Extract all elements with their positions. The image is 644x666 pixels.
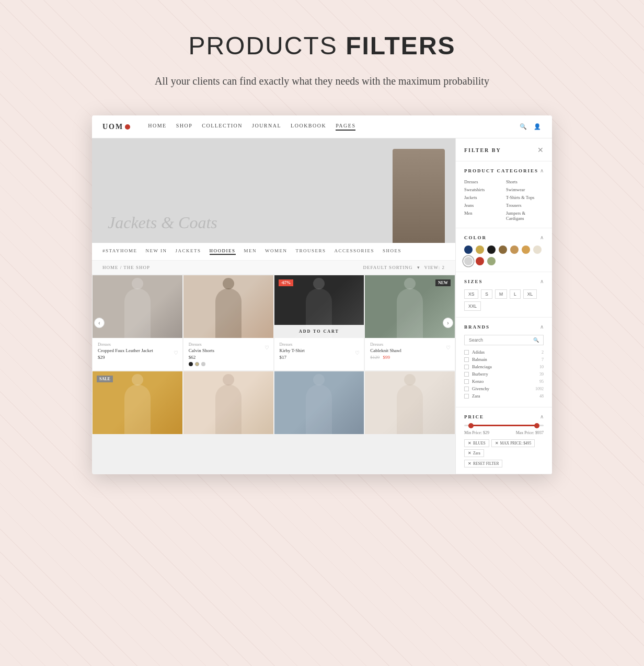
product-card-6[interactable] xyxy=(183,371,274,435)
filter-color-chevron[interactable]: ∧ xyxy=(540,235,544,240)
color-swatch-brown[interactable] xyxy=(499,246,507,254)
brand-search-box[interactable]: 🔍 xyxy=(464,335,544,345)
cat-jackets[interactable]: JACKETS xyxy=(176,248,201,255)
brand-search-input[interactable] xyxy=(469,337,530,343)
wishlist-icon-1[interactable]: ♡ xyxy=(174,350,178,356)
color-swatch-sage[interactable] xyxy=(487,257,496,265)
product-image-6 xyxy=(183,371,273,434)
reset-filter-btn[interactable]: ✕ RESET FILTER xyxy=(464,460,502,468)
product-card-5[interactable]: SALE xyxy=(92,371,183,435)
brand-checkbox-zara[interactable] xyxy=(464,394,469,399)
brand-name-kenzo[interactable]: Kenzo xyxy=(472,379,484,384)
cat-filter-jeans[interactable]: Jeans xyxy=(464,202,502,208)
color-swatch-tan[interactable] xyxy=(510,246,519,254)
product-card-8[interactable] xyxy=(364,371,455,435)
view-label[interactable]: VIEW: 2 xyxy=(424,265,445,270)
filter-tag-zara[interactable]: ✕ Zara xyxy=(464,449,484,457)
cat-filter-men[interactable]: Men xyxy=(464,210,502,221)
cat-trousers[interactable]: TROUSERS xyxy=(296,248,326,255)
nav-links: HOME SHOP COLLECTION JOURNAL LOOKBOOK PA… xyxy=(148,123,355,131)
color-swatch-navy[interactable] xyxy=(464,246,473,254)
nav-shop[interactable]: SHOP xyxy=(176,123,193,131)
cat-filter-trousers[interactable]: Trousers xyxy=(506,202,544,208)
filter-sizes-title: SIZES xyxy=(464,279,483,284)
cat-newin[interactable]: NEW IN xyxy=(145,248,167,255)
color-swatch-red[interactable] xyxy=(476,257,484,265)
cat-stayhome[interactable]: #STAYHOME xyxy=(102,248,137,255)
filter-close-btn[interactable]: ✕ xyxy=(537,146,544,155)
sort-chevron-icon: ▾ xyxy=(417,265,420,270)
color-swatch-tan[interactable] xyxy=(195,362,199,366)
nav-home[interactable]: HOME xyxy=(148,123,166,131)
cat-filter-sweatshirts[interactable]: Sweatshirts xyxy=(464,186,502,193)
nav-collection[interactable]: COLLECTION xyxy=(202,123,243,131)
brand-name-balenciaga[interactable]: Balenciaga xyxy=(472,364,492,369)
brand-name-balmain[interactable]: Balmain xyxy=(472,357,487,362)
cat-women[interactable]: WOMEN xyxy=(265,248,288,255)
brand-checkbox-adidas[interactable] xyxy=(464,350,469,355)
user-icon[interactable]: 👤 xyxy=(534,123,542,130)
product-card-1[interactable]: ♡ Dresses Cropped Faux Leather Jacket $2… xyxy=(92,275,183,371)
price-max-label: Max Price: $937 xyxy=(516,430,544,435)
carousel-prev-btn[interactable]: ‹ xyxy=(94,318,105,328)
size-xxl[interactable]: XXL xyxy=(464,301,481,311)
carousel-next-btn[interactable]: › xyxy=(443,318,453,328)
filter-categories-chevron[interactable]: ∧ xyxy=(540,168,544,173)
nav-lookbook[interactable]: LOOKBOOK xyxy=(291,123,326,131)
headline-bold: FILTERS xyxy=(346,32,455,60)
product-card-3[interactable]: -67% ADD TO CART ♡ Dresses Kirby T-Shirt… xyxy=(274,275,365,371)
cat-filter-tshirts[interactable]: T-Shirts & Tops xyxy=(506,194,544,201)
filter-tag-blues[interactable]: ✕ BLUES xyxy=(464,439,489,447)
cat-shoes[interactable]: SHOES xyxy=(383,248,401,255)
nav-pages[interactable]: PAGES xyxy=(336,123,355,131)
size-xl[interactable]: XL xyxy=(523,289,537,299)
filter-price-chevron[interactable]: ∧ xyxy=(540,414,544,419)
brand-checkbox-kenzo[interactable] xyxy=(464,379,469,384)
filter-brands-chevron[interactable]: ∧ xyxy=(540,324,544,330)
search-icon[interactable]: 🔍 xyxy=(520,123,527,130)
cat-filter-jackets[interactable]: Jackets xyxy=(464,194,502,201)
color-swatch-lightgrey[interactable] xyxy=(464,257,473,265)
color-swatch-grey[interactable] xyxy=(201,362,205,366)
brand-checkbox-givenchy[interactable] xyxy=(464,387,469,391)
tag-label-blues: BLUES xyxy=(473,441,486,446)
cat-hoodies[interactable]: HOODIES xyxy=(210,248,236,255)
brand-checkbox-burberry[interactable] xyxy=(464,372,469,377)
brand-name-zara[interactable]: Zara xyxy=(472,393,480,399)
brand-name-adidas[interactable]: Adidas xyxy=(472,349,485,355)
brand-name-burberry[interactable]: Burberry xyxy=(472,371,488,377)
filter-sizes-chevron[interactable]: ∧ xyxy=(540,278,544,284)
color-swatch-black[interactable] xyxy=(189,362,193,366)
wishlist-icon-2[interactable]: ♡ xyxy=(264,345,269,350)
product-card-4[interactable]: NEW ♡ Dresses Cableknit Shawl $129 $99 xyxy=(364,275,455,371)
brand-name-givenchy[interactable]: Givenchy xyxy=(472,386,489,391)
wishlist-icon-3[interactable]: ♡ xyxy=(355,350,360,356)
size-l[interactable]: L xyxy=(510,289,521,299)
sort-label[interactable]: DEFAULT SORTING xyxy=(363,265,413,270)
brand-checkbox-balmain[interactable] xyxy=(464,357,469,362)
product-info-3: Dresses Kirby T-Shirt $17 xyxy=(274,338,364,364)
size-m[interactable]: M xyxy=(495,289,507,299)
cat-filter-jumpers[interactable]: Jumpers & Cardigans xyxy=(506,210,544,221)
cat-filter-dresses[interactable]: Dresses xyxy=(464,179,502,185)
size-s[interactable]: S xyxy=(481,289,492,299)
nav-journal[interactable]: JOURNAL xyxy=(252,123,281,131)
color-swatch-black[interactable] xyxy=(487,246,496,254)
brand-checkbox-balenciaga[interactable] xyxy=(464,365,469,369)
cat-filter-shorts[interactable]: Shorts xyxy=(506,179,544,185)
add-to-cart-btn-3[interactable]: ADD TO CART xyxy=(274,325,364,338)
filter-section-color: COLOR ∧ xyxy=(456,228,552,272)
color-swatch-gold[interactable] xyxy=(476,246,484,254)
color-swatch-cream[interactable] xyxy=(533,246,542,254)
cat-accessories[interactable]: ACCESSORIES xyxy=(335,248,375,255)
cat-filter-swimwear[interactable]: Swimwear xyxy=(506,186,544,193)
color-swatch-amber[interactable] xyxy=(522,246,530,254)
product-card-7[interactable] xyxy=(274,371,365,435)
price-slider-thumb-min[interactable] xyxy=(468,423,474,428)
product-card-2[interactable]: ♡ Dresses Calvin Shorts $62 xyxy=(183,275,274,371)
size-xs[interactable]: XS xyxy=(464,289,478,299)
wishlist-icon-4[interactable]: ♡ xyxy=(446,345,451,350)
price-slider-thumb-max[interactable] xyxy=(534,423,539,428)
cat-men[interactable]: MEN xyxy=(244,248,257,255)
filter-tag-maxprice[interactable]: ✕ MAX PRICE: $495 xyxy=(491,439,535,447)
